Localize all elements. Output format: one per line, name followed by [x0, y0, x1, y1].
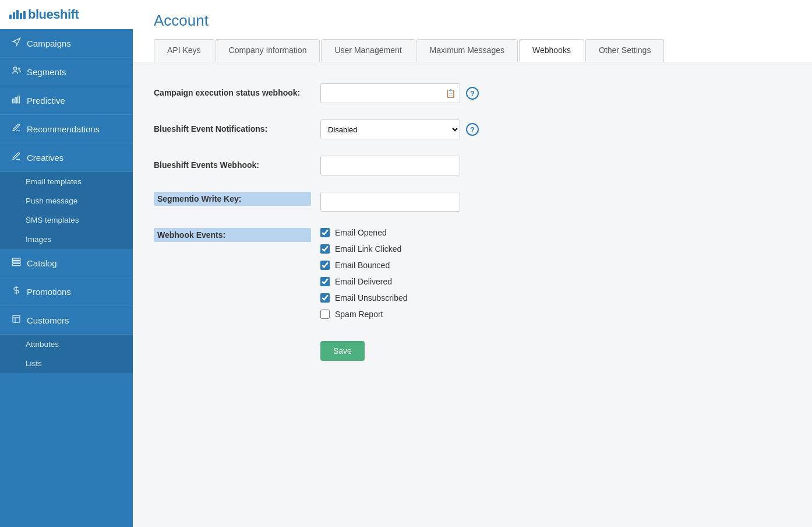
sidebar-item-segments[interactable]: Segments	[0, 58, 133, 86]
events-webhook-input[interactable]	[320, 156, 460, 175]
svg-marker-0	[13, 38, 20, 45]
customers-sub-items: Attributes Lists	[0, 335, 133, 373]
sidebar-item-images[interactable]: Images	[0, 230, 133, 249]
promotions-icon	[12, 286, 21, 297]
sidebar-item-push-message[interactable]: Push message	[0, 191, 133, 210]
sidebar-item-predictive-label: Predictive	[27, 96, 65, 106]
save-row: Save	[154, 335, 791, 361]
checkbox-email-opened[interactable]: Email Opened	[320, 228, 408, 237]
logo-area: blueshift	[0, 0, 133, 29]
sidebar-item-lists[interactable]: Lists	[0, 354, 133, 373]
sidebar-item-email-templates[interactable]: Email templates	[0, 172, 133, 191]
svg-rect-4	[15, 97, 17, 103]
checkbox-email-delivered[interactable]: Email Delivered	[320, 277, 408, 286]
save-button[interactable]: Save	[320, 341, 365, 361]
segmentio-key-input[interactable]	[320, 192, 460, 212]
segmentio-key-label: Segmentio Write Key:	[154, 192, 311, 206]
segmentio-key-row: Segmentio Write Key:	[154, 192, 791, 212]
checkbox-email-opened-input[interactable]	[320, 228, 330, 237]
tab-user-management[interactable]: User Management	[321, 39, 415, 62]
recommendations-icon	[12, 123, 21, 135]
checkbox-email-delivered-input[interactable]	[320, 277, 330, 286]
customers-icon	[12, 314, 21, 326]
event-notifications-control: Disabled Enabled ?	[320, 120, 479, 139]
sidebar-item-promotions-label: Promotions	[27, 287, 71, 297]
campaign-execution-row: Campaign execution status webhook: 📋 ?	[154, 83, 791, 103]
tab-webhooks[interactable]: Webhooks	[519, 39, 584, 62]
checkbox-email-unsubscribed-input[interactable]	[320, 293, 330, 303]
checkbox-email-unsubscribed[interactable]: Email Unsubscribed	[320, 293, 408, 303]
events-webhook-label: Blueshift Events Webhook:	[154, 156, 311, 170]
svg-rect-5	[18, 96, 20, 103]
sidebar-item-segments-label: Segments	[27, 67, 66, 77]
svg-rect-7	[12, 261, 20, 263]
svg-rect-10	[13, 315, 20, 322]
webhook-events-control: Email Opened Email Link Clicked Email Bo…	[320, 228, 408, 319]
event-notifications-row: Blueshift Event Notifications: Disabled …	[154, 120, 791, 139]
webhook-events-row: Webhook Events: Email Opened Email Link …	[154, 228, 791, 319]
calendar-icon: 📋	[446, 89, 456, 98]
svg-rect-3	[12, 99, 14, 103]
webhook-events-label: Webhook Events:	[154, 228, 311, 242]
logo-icon	[9, 10, 26, 19]
tab-maximum-messages[interactable]: Maximum Messages	[416, 39, 518, 62]
svg-rect-6	[12, 258, 20, 260]
campaigns-icon	[12, 37, 21, 49]
sidebar-item-customers-label: Customers	[27, 315, 69, 325]
sidebar-item-catalog-label: Catalog	[27, 258, 57, 268]
page-title: Account	[154, 12, 791, 30]
segmentio-key-control	[320, 192, 460, 212]
campaign-execution-label: Campaign execution status webhook:	[154, 83, 311, 97]
campaign-execution-input[interactable]	[320, 83, 460, 103]
tab-company-information[interactable]: Company Information	[216, 39, 320, 62]
webhook-checkboxes: Email Opened Email Link Clicked Email Bo…	[320, 228, 408, 319]
checkbox-email-bounced-input[interactable]	[320, 261, 330, 270]
event-notifications-select[interactable]: Disabled Enabled	[320, 120, 460, 139]
checkbox-spam-report-input[interactable]	[320, 310, 330, 319]
checkbox-spam-report[interactable]: Spam Report	[320, 310, 408, 319]
creatives-sub-items: Email templates Push message SMS templat…	[0, 172, 133, 249]
webhooks-form: Campaign execution status webhook: 📋 ? B…	[154, 83, 791, 361]
sidebar-item-campaigns-label: Campaigns	[27, 38, 71, 48]
event-notifications-label: Blueshift Event Notifications:	[154, 120, 311, 133]
tab-bar: API Keys Company Information User Manage…	[154, 39, 791, 62]
events-webhook-control	[320, 156, 460, 175]
events-webhook-row: Blueshift Events Webhook:	[154, 156, 791, 175]
event-notifications-help-icon[interactable]: ?	[466, 123, 479, 136]
sidebar-item-sms-templates[interactable]: SMS templates	[0, 210, 133, 230]
sidebar-item-recommendations-label: Recommendations	[27, 124, 100, 134]
content-area: Campaign execution status webhook: 📋 ? B…	[133, 62, 812, 382]
campaign-execution-help-icon[interactable]: ?	[466, 87, 479, 100]
sidebar-item-catalog[interactable]: Catalog	[0, 249, 133, 277]
sidebar-item-creatives[interactable]: Creatives	[0, 143, 133, 172]
catalog-icon	[12, 257, 21, 269]
checkbox-email-link-clicked-input[interactable]	[320, 244, 330, 254]
predictive-icon	[12, 94, 21, 106]
page-header: Account API Keys Company Information Use…	[133, 0, 812, 62]
creatives-icon	[12, 152, 21, 163]
sidebar-item-recommendations[interactable]: Recommendations	[0, 115, 133, 143]
tab-api-keys[interactable]: API Keys	[154, 39, 214, 62]
campaign-execution-control: 📋 ?	[320, 83, 479, 103]
svg-point-1	[13, 67, 16, 70]
checkbox-email-bounced[interactable]: Email Bounced	[320, 261, 408, 270]
main-content: Account API Keys Company Information Use…	[133, 0, 812, 527]
logo-text: blueshift	[28, 7, 79, 22]
sidebar-item-predictive[interactable]: Predictive	[0, 86, 133, 115]
sidebar: blueshift Campaigns Segments Predictive …	[0, 0, 133, 527]
sidebar-item-campaigns[interactable]: Campaigns	[0, 29, 133, 58]
sidebar-item-promotions[interactable]: Promotions	[0, 277, 133, 306]
tab-other-settings[interactable]: Other Settings	[585, 39, 665, 62]
segments-icon	[12, 66, 21, 78]
sidebar-item-attributes[interactable]: Attributes	[0, 335, 133, 354]
checkbox-email-link-clicked[interactable]: Email Link Clicked	[320, 244, 408, 254]
sidebar-item-customers[interactable]: Customers	[0, 306, 133, 335]
campaign-execution-input-wrapper: 📋	[320, 83, 460, 103]
sidebar-item-creatives-label: Creatives	[27, 153, 63, 163]
svg-point-2	[18, 68, 20, 69]
svg-rect-8	[12, 264, 20, 265]
